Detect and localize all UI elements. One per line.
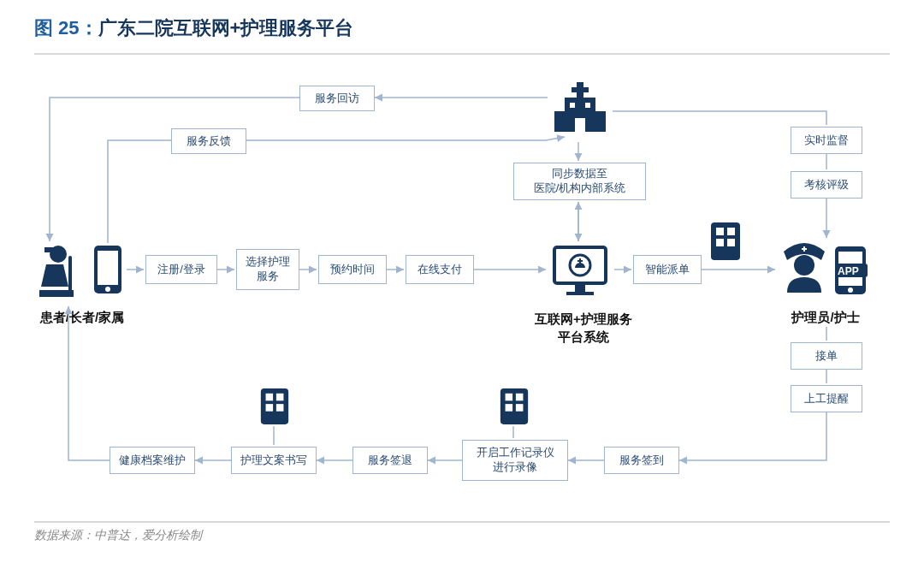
svg-rect-37 <box>516 404 524 412</box>
svg-rect-23 <box>803 246 805 252</box>
svg-rect-32 <box>276 404 284 412</box>
svg-point-21 <box>794 255 814 276</box>
platform-icon <box>549 244 611 302</box>
svg-rect-17 <box>716 228 724 235</box>
box-checkout: 服务签退 <box>352 447 428 474</box>
svg-rect-8 <box>572 87 589 92</box>
tablet-icon-1 <box>258 387 291 430</box>
app-text: APP <box>838 265 859 277</box>
platform-l2: 平台系统 <box>558 329 609 344</box>
box-service-feedback: 服务反馈 <box>171 128 246 154</box>
svg-rect-33 <box>500 388 528 424</box>
svg-rect-31 <box>266 404 274 412</box>
tablet-platform-icon <box>708 221 743 265</box>
box-sync-data: 同步数据至 医院/机构内部系统 <box>513 163 646 200</box>
box-register: 注册/登录 <box>145 255 217 284</box>
nurse-icon <box>779 240 830 303</box>
footer-source: 数据来源：中普达，爱分析绘制 <box>0 528 924 555</box>
box-service-revisit: 服务回访 <box>299 86 375 111</box>
box-reminder: 上工提醒 <box>791 385 862 412</box>
patient-icon <box>34 244 86 307</box>
svg-rect-10 <box>570 103 575 108</box>
box-nursing-doc: 护理文案书写 <box>231 447 317 474</box>
diagram-canvas: 患者/长者/家属 同步数据至 医院/机构内部系统 <box>34 51 890 513</box>
box-supervise: 实时监督 <box>791 127 862 154</box>
phone-icon <box>91 244 125 299</box>
tablet-icon-2 <box>498 387 530 430</box>
svg-rect-19 <box>716 239 724 246</box>
title-main: 广东二院互联网+护理服务平台 <box>98 17 354 39</box>
svg-point-3 <box>105 287 110 292</box>
box-take-order: 接单 <box>791 342 862 370</box>
svg-rect-6 <box>594 111 606 132</box>
title-prefix: 图 25： <box>34 17 98 39</box>
platform-label: 互联网+护理服务 平台系统 <box>524 310 643 346</box>
svg-rect-14 <box>566 292 594 295</box>
rec-l2: 进行录像 <box>493 460 537 475</box>
svg-rect-35 <box>516 394 524 401</box>
app-phone-icon: APP <box>832 245 869 299</box>
svg-rect-2 <box>98 251 118 285</box>
box-checkin: 服务签到 <box>604 447 679 474</box>
svg-rect-20 <box>727 239 735 246</box>
svg-point-26 <box>848 287 853 293</box>
patient-label: 患者/长者/家属 <box>22 310 142 326</box>
rec-l1: 开启工作记录仪 <box>477 446 554 460</box>
svg-rect-16 <box>711 222 740 260</box>
svg-rect-34 <box>506 394 513 401</box>
title-bar: 图 25：广东二院互联网+护理服务平台 <box>0 0 924 50</box>
box-pay: 在线支付 <box>406 255 474 284</box>
box-choose: 选择护理 服务 <box>236 249 299 290</box>
svg-rect-30 <box>276 394 284 401</box>
box-dispatch: 智能派单 <box>633 255 702 284</box>
svg-rect-18 <box>727 228 735 235</box>
svg-rect-0 <box>68 256 72 293</box>
svg-rect-36 <box>506 404 513 412</box>
svg-rect-5 <box>554 111 566 132</box>
footer-divider <box>34 521 890 523</box>
box-health-record: 健康档案维护 <box>110 447 195 474</box>
svg-rect-29 <box>266 394 274 401</box>
box-book: 预约时间 <box>318 255 387 284</box>
sync-l2: 医院/机构内部系统 <box>534 181 626 196</box>
svg-rect-13 <box>575 285 585 292</box>
svg-rect-9 <box>575 118 585 132</box>
sync-l1: 同步数据至 <box>552 167 607 181</box>
figure-title: 图 25：广东二院互联网+护理服务平台 <box>34 17 353 39</box>
svg-rect-28 <box>261 388 288 424</box>
box-rating: 考核评级 <box>791 171 862 199</box>
hospital-icon <box>549 77 611 142</box>
svg-rect-11 <box>585 103 590 108</box>
platform-l1: 互联网+护理服务 <box>535 311 632 326</box>
box-recorder: 开启工作记录仪 进行录像 <box>462 440 568 481</box>
nurse-label: 护理员/护士 <box>779 310 873 326</box>
